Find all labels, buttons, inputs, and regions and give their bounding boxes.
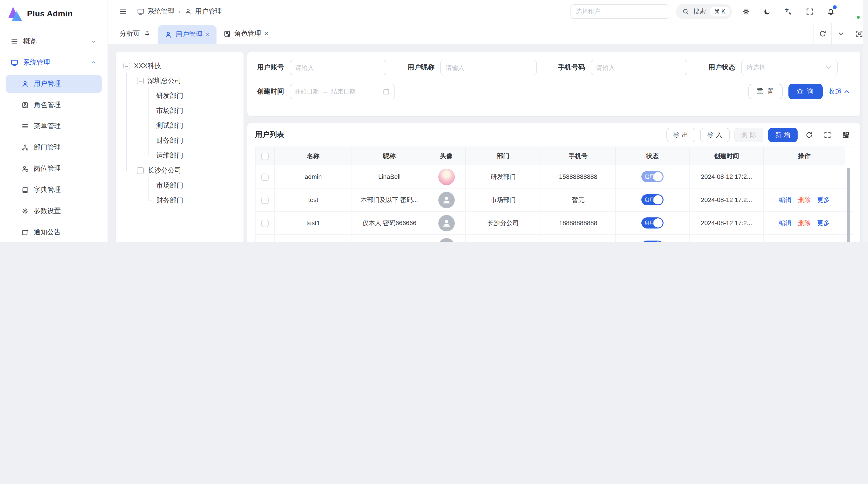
- collapse-minus-icon[interactable]: [137, 167, 144, 174]
- close-icon[interactable]: ×: [206, 31, 210, 38]
- collapse-minus-icon[interactable]: [123, 62, 130, 69]
- tree-node-dept[interactable]: 财务部门: [121, 193, 239, 208]
- column-header[interactable]: 手机号: [541, 147, 616, 165]
- tab-refresh-button[interactable]: [813, 23, 831, 44]
- translate-icon[interactable]: 文A: [781, 4, 796, 19]
- hamburger-menu-icon[interactable]: [116, 4, 130, 19]
- refresh-icon: [818, 30, 826, 37]
- sidebar-item-user-mgmt[interactable]: 用户管理: [6, 73, 102, 95]
- export-button[interactable]: 导 出: [666, 128, 695, 142]
- tab-bar: 分析页 用户管理 × 角色管理 ×: [108, 23, 868, 44]
- page-scrollbar[interactable]: [863, 0, 868, 242]
- add-button[interactable]: 新 增: [768, 128, 798, 142]
- app-title: Plus Admin: [27, 9, 73, 19]
- collapse-filters-link[interactable]: 收起: [829, 87, 850, 96]
- tree-node-company[interactable]: 长沙分公司: [121, 163, 239, 178]
- column-header[interactable]: 头像: [427, 147, 466, 165]
- main-area: 系统管理 › 用户管理 搜索 ⌘ K 文A: [108, 0, 868, 242]
- breadcrumb-user-mgmt[interactable]: 用户管理: [184, 7, 222, 16]
- account-input[interactable]: [290, 60, 386, 75]
- status-toggle[interactable]: 启用: [641, 194, 663, 205]
- org-icon: [21, 144, 29, 151]
- sidebar-item-overview[interactable]: 概览: [6, 31, 102, 52]
- phone-cell: 暂无: [541, 188, 616, 212]
- status-toggle[interactable]: 启用: [641, 171, 663, 182]
- delete-button[interactable]: 删 除: [735, 128, 764, 142]
- pin-icon[interactable]: [143, 30, 151, 37]
- fullscreen-icon[interactable]: [802, 4, 817, 19]
- sidebar-item-role-mgmt[interactable]: 角色管理: [6, 95, 102, 116]
- dept-cell: 研发部门: [466, 234, 541, 242]
- actions-cell: [764, 165, 845, 188]
- more-link[interactable]: 更多: [817, 219, 830, 226]
- tree-node-dept[interactable]: 市场部门: [121, 178, 239, 193]
- collapse-minus-icon[interactable]: [137, 77, 144, 84]
- delete-link[interactable]: 删除: [798, 196, 811, 203]
- column-header[interactable]: 创建时间: [689, 147, 764, 165]
- nickname-input[interactable]: [440, 60, 537, 75]
- column-header[interactable]: 昵称: [352, 147, 427, 165]
- role-icon: [223, 30, 231, 37]
- tree-dept-list: 市场部门财务部门: [121, 178, 239, 208]
- status-toggle[interactable]: 启用: [641, 218, 663, 228]
- user-icon: [441, 195, 451, 205]
- sidebar-item-notice[interactable]: 通知公告: [6, 222, 102, 242]
- user-icon: [21, 80, 29, 88]
- row-select-cell: [255, 165, 275, 188]
- tree-node-dept[interactable]: 财务部门: [121, 133, 239, 148]
- tab-role-mgmt[interactable]: 角色管理 ×: [216, 23, 275, 44]
- user-list-panel: 用户列表 导 出 导 入 删 除 新 增: [247, 123, 860, 242]
- status-toggle[interactable]: 启用: [641, 240, 663, 242]
- dept-cell: 长沙分公司: [466, 212, 541, 234]
- date-range-picker[interactable]: 开始日期 → 结束日期: [290, 84, 395, 99]
- column-header[interactable]: 部门: [466, 147, 541, 165]
- search-button[interactable]: 查 询: [788, 84, 823, 99]
- notifications-bell-icon[interactable]: [824, 4, 838, 19]
- logo[interactable]: Plus Admin: [0, 0, 107, 28]
- table-row: admin10 疯狂的牛子Li 研发部门 1: [255, 234, 852, 242]
- import-button[interactable]: 导 入: [700, 128, 730, 142]
- edit-link[interactable]: 编辑: [779, 196, 792, 203]
- column-header[interactable]: 状态: [616, 147, 689, 165]
- row-checkbox[interactable]: [261, 173, 269, 181]
- sidebar-item-menu-mgmt[interactable]: 菜单管理: [6, 116, 102, 137]
- table-scrollbar-thumb[interactable]: [847, 168, 850, 242]
- tab-user-mgmt[interactable]: 用户管理 ×: [158, 25, 216, 44]
- table-fullscreen-button[interactable]: [821, 128, 834, 141]
- delete-link[interactable]: 删除: [798, 219, 811, 226]
- created-cell: 2024-08-12 17:2...: [689, 188, 764, 212]
- tree-node-root[interactable]: XXX科技: [121, 58, 239, 73]
- breadcrumb-system-mgmt[interactable]: 系统管理: [137, 7, 175, 16]
- reset-button[interactable]: 重 置: [749, 84, 783, 99]
- row-checkbox[interactable]: [261, 220, 269, 227]
- edit-link[interactable]: 编辑: [779, 219, 792, 226]
- more-link[interactable]: 更多: [817, 196, 830, 203]
- dark-mode-moon-icon[interactable]: [760, 4, 774, 19]
- select-all-checkbox[interactable]: [261, 153, 269, 160]
- user-avatar[interactable]: [845, 4, 860, 19]
- tree-node-dept[interactable]: 研发部门: [121, 88, 239, 103]
- tab-more-chevron-button[interactable]: [831, 23, 850, 44]
- tree-node-dept[interactable]: 测试部门: [121, 118, 239, 133]
- global-search[interactable]: 搜索 ⌘ K: [676, 4, 732, 19]
- column-header[interactable]: 操作: [764, 147, 845, 165]
- table-refresh-button[interactable]: [802, 128, 816, 141]
- sidebar-item-dept-mgmt[interactable]: 部门管理: [6, 137, 102, 158]
- sidebar-item-post-mgmt[interactable]: 岗位管理: [6, 158, 102, 179]
- tree-node-company[interactable]: 深圳总公司: [121, 73, 239, 88]
- phone-input[interactable]: [591, 60, 687, 75]
- sidebar-item-dict-mgmt[interactable]: 字典管理: [6, 179, 102, 200]
- status-select[interactable]: 请选择: [741, 60, 838, 75]
- row-checkbox[interactable]: [261, 196, 269, 204]
- tree-node-dept[interactable]: 运维部门: [121, 148, 239, 163]
- tree-node-dept[interactable]: 市场部门: [121, 103, 239, 118]
- sidebar-item-system-mgmt[interactable]: 系统管理: [6, 52, 102, 73]
- sidebar-item-param-settings[interactable]: 参数设置: [6, 200, 102, 222]
- close-icon[interactable]: ×: [265, 30, 268, 37]
- table-row: admin LinaBell 研发部门 15888888888: [255, 165, 852, 188]
- tenant-select-input[interactable]: [570, 4, 669, 19]
- settings-gear-icon[interactable]: [739, 4, 753, 19]
- tab-analysis[interactable]: 分析页: [113, 23, 158, 44]
- column-header[interactable]: 名称: [275, 147, 352, 165]
- column-settings-button[interactable]: [839, 128, 852, 141]
